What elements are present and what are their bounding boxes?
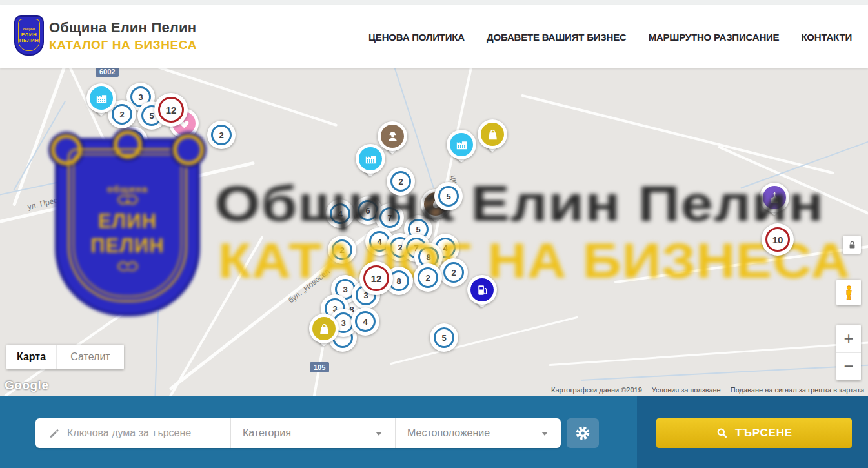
site-title: Община Елин Пелин (49, 19, 197, 36)
place-pin-marker[interactable] (309, 314, 339, 352)
road-shield: 105 (310, 362, 329, 372)
zoom-in-button[interactable]: + (836, 325, 861, 353)
cluster-count: 5 (149, 111, 154, 121)
cluster-count: 4 (443, 243, 447, 253)
pin-circle (478, 119, 507, 149)
cluster-marker[interactable]: 12 (154, 93, 188, 127)
municipality-logo[interactable]: община ЕЛИН ПЕЛИН (14, 15, 44, 56)
place-pin-marker[interactable] (86, 83, 116, 122)
category-dropdown[interactable]: Категория (231, 418, 396, 448)
cluster-marker[interactable]: 2 (119, 127, 148, 155)
chevron-down-icon (376, 432, 382, 436)
cluster-count: 6 (365, 206, 370, 216)
nav-item[interactable]: КОНТАКТИ (801, 32, 852, 43)
keyword-input[interactable] (67, 427, 222, 439)
location-dropdown[interactable]: Местоположение (396, 418, 561, 448)
cluster-marker[interactable]: 4 (326, 199, 354, 228)
cluster-marker[interactable]: 2 (207, 121, 236, 149)
chevron-down-icon (541, 432, 548, 436)
nav-item[interactable]: ДОБАВЕТЕ ВАШИЯТ БИЗНЕС (487, 32, 627, 43)
place-pin-marker[interactable] (467, 275, 497, 314)
cluster-ring: 4 (355, 311, 376, 332)
cluster-marker[interactable]: 2 (414, 263, 442, 292)
place-pin-marker[interactable] (356, 144, 385, 183)
cluster-marker[interactable]: 4 (351, 307, 379, 336)
watermark-logo-mid: ЕЛИН (98, 210, 157, 233)
cluster-count: 2 (119, 110, 124, 119)
advanced-settings-button[interactable] (567, 418, 599, 448)
search-bar: Категория Местоположение ТЪРСЕНЕ (0, 396, 868, 468)
gear-icon (574, 425, 591, 442)
zoom-out-button[interactable]: − (836, 353, 861, 381)
attribution-link[interactable]: Подаване на сигнал за грешка в картата (731, 386, 864, 394)
cluster-count: 12 (166, 105, 177, 116)
page: { "colors": { "accent_blue": "#21719f", … (0, 0, 868, 468)
cluster-marker[interactable]: 2 (439, 258, 468, 287)
cluster-marker[interactable]: 10 (762, 223, 794, 256)
cluster-count: 12 (371, 273, 382, 284)
attribution-link[interactable]: Условия за ползване (652, 386, 721, 394)
search-icon (716, 427, 729, 440)
cluster-marker[interactable]: 2 (328, 236, 356, 264)
cluster-ring: 2 (123, 130, 144, 151)
map-road (390, 316, 578, 365)
factory-icon (359, 147, 382, 170)
map-canvas[interactable]: 6002105ул. Преславбул. „Новоселци 325122… (0, 68, 868, 396)
place-pin-marker[interactable] (760, 183, 789, 221)
category-dropdown-label: Категория (243, 427, 291, 439)
cluster-count: 3 (138, 92, 143, 102)
bag-icon (481, 123, 504, 146)
cluster-ring: 5 (434, 327, 454, 348)
cluster-marker[interactable]: 5 (430, 323, 458, 352)
church-icon (763, 186, 786, 209)
cluster-count: 4 (338, 209, 342, 219)
map-road (614, 243, 868, 283)
pin-circle (356, 144, 385, 174)
site-subtitle: КАТАЛОГ НА БИЗНЕСА (49, 38, 197, 52)
pin-circle (760, 183, 789, 212)
google-logo[interactable]: Google (5, 378, 48, 392)
fuel-icon (470, 278, 494, 301)
lock-control[interactable] (843, 236, 861, 254)
place-pin-marker[interactable] (447, 130, 476, 168)
search-group: Категория Местоположение (35, 418, 561, 448)
nav-item[interactable]: ЦЕНОВА ПОЛИТИКА (368, 32, 465, 43)
nav-item[interactable]: МАРШРУТНО РАЗПИСАНИЕ (649, 32, 780, 43)
cluster-ring: 4 (330, 203, 350, 224)
map-type-satellite-button[interactable]: Сателит (57, 345, 124, 369)
map-attribution: Картографски данни ©2019Условия за ползв… (551, 386, 864, 394)
cluster-count: 5 (441, 333, 446, 343)
factory-icon (450, 133, 473, 156)
brand-block: Община Елин Пелин КАТАЛОГ НА БИЗНЕСА (49, 19, 197, 52)
map-type-control: Карта Сателит (6, 345, 124, 369)
map-stream (154, 256, 161, 396)
map-stream (13, 101, 66, 191)
keyword-section (35, 418, 231, 448)
cluster-count: 8 (426, 252, 430, 262)
map-type-map-button[interactable]: Карта (6, 345, 57, 369)
pegman-control[interactable] (836, 280, 861, 305)
cluster-ring: 2 (390, 171, 411, 192)
zoom-control: + − (836, 325, 861, 380)
map-road (165, 236, 263, 396)
search-button[interactable]: ТЪРСЕНЕ (656, 418, 852, 448)
map-stream (740, 130, 868, 189)
cluster-marker[interactable]: 5 (434, 182, 463, 210)
cluster-ring: 2 (211, 125, 232, 145)
factory-icon (90, 86, 113, 110)
cluster-count: 4 (363, 317, 367, 327)
flourish-icon (99, 258, 157, 272)
cluster-count: 4 (377, 237, 381, 247)
pencil-icon (48, 427, 61, 440)
pin-circle (86, 83, 116, 113)
cluster-ring: 12 (158, 97, 184, 123)
cluster-ring: 2 (332, 239, 352, 260)
logo-border (18, 19, 40, 51)
pin-circle (447, 130, 476, 159)
search-button-label: ТЪРСЕНЕ (735, 427, 792, 440)
cluster-marker[interactable]: 12 (359, 261, 393, 295)
bag-icon (312, 317, 336, 340)
cluster-ring: 7 (379, 207, 400, 228)
place-pin-marker[interactable] (478, 119, 507, 158)
cluster-marker[interactable]: 2 (387, 167, 415, 196)
